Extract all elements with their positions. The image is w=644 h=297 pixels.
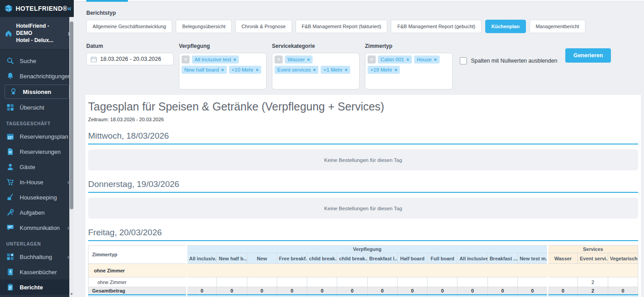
sidebar-scrollbar[interactable]: ▼ (69, 17, 74, 297)
filter-chip[interactable]: All inclusive test× (192, 55, 239, 64)
servicekategorie-multiselect[interactable]: ×Wasser×Event services×+1 Mehr× (272, 53, 360, 89)
chip-remove-icon[interactable]: × (406, 57, 409, 62)
sidebar-item-berichte[interactable]: Berichte (0, 280, 74, 295)
filter-chip[interactable]: Wasser× (285, 55, 313, 64)
report-card: Tagesplan für Speisen & Getränke (Verpfl… (85, 95, 641, 297)
value-cell: 2 (578, 287, 608, 295)
value-cell (367, 277, 397, 287)
value-cell: 0 (487, 287, 517, 295)
value-cell: 0 (487, 295, 517, 297)
sidebar-item-kommunikation[interactable]: Kommunikation › (0, 220, 74, 235)
clear-all-icon[interactable]: × (182, 55, 190, 64)
report-type-button[interactable]: Chronik & Prognose (235, 20, 292, 33)
value-cell: 0 (307, 287, 337, 295)
verpflegung-label: Verpflegung (179, 43, 267, 49)
scrollbar-thumb[interactable] (70, 21, 73, 209)
date-label: Datum (86, 43, 174, 49)
chip-remove-icon[interactable]: × (394, 67, 397, 72)
collapse-sidebar-icon[interactable]: « (68, 4, 72, 13)
value-cell (487, 277, 517, 287)
day-heading-mittwoch: Mittwoch, 18/03/2026 (88, 131, 638, 144)
logo-text: HOTELFRIEND® (16, 5, 68, 12)
sidebar-item-reservierungen[interactable]: Reservierungen (0, 144, 74, 159)
calendar-icon (90, 56, 97, 63)
value-cell: 0 (337, 295, 367, 297)
report-type-button[interactable]: Belegungsübersicht (176, 20, 232, 33)
value-cell (397, 277, 427, 287)
scrollbar-down-arrow-icon[interactable]: ▼ (69, 292, 74, 296)
chip-label: Event services (277, 67, 311, 72)
value-cell: 0 (217, 295, 247, 297)
hide-zero-columns-checkbox[interactable] (460, 57, 467, 64)
value-cell: 0 (187, 295, 217, 297)
sidebar-item-missionen[interactable]: Missionen (4, 85, 69, 99)
chip-remove-icon[interactable]: × (313, 67, 316, 72)
chip-label: All inclusive test (195, 57, 231, 62)
sidebar-item-in-house[interactable]: In-House › (0, 174, 74, 190)
column-header: Breakfast l... (367, 253, 397, 264)
chip-label: Cabin 001 (381, 57, 404, 62)
sidebar-item-kassenbuecher[interactable]: € Kassenbücher (0, 264, 74, 280)
zimmertyp-multiselect[interactable]: ×Cabin 001×House×+19 Mehr× (365, 53, 453, 89)
report-type-button[interactable]: F&B Management Report (fakturiert) (296, 20, 388, 33)
value-cell (217, 277, 247, 287)
chip-label: +1 Mehr (323, 67, 343, 72)
filter-chip[interactable]: House× (414, 55, 440, 64)
sidebar-item-uebersicht[interactable]: Übersicht (0, 100, 74, 115)
value-cell: 0 (277, 295, 307, 297)
date-filter: Datum 18.03.2026 - 20.03.2026 (86, 43, 174, 65)
day-heading-donnerstag: Donnerstag, 19/03/2026 (88, 179, 638, 193)
verpflegung-multiselect[interactable]: ×All inclusive test×New half board×+10 M… (179, 53, 267, 89)
sidebar-item-aufgaben[interactable]: Aufgaben (0, 205, 74, 220)
cleaning-icon (6, 193, 14, 201)
chip-remove-icon[interactable]: × (256, 67, 258, 72)
app-window: HF HOTELFRIEND® « HotelFriend - DEMO Hot… (0, 0, 644, 297)
filter-chip[interactable]: +19 Mehr× (368, 66, 400, 74)
filter-chip[interactable]: New half board× (182, 66, 227, 74)
table-row: Gesamt pro Tag000000000000020 (89, 295, 638, 297)
filter-chip[interactable]: +10 Mehr× (229, 66, 261, 74)
report-type-button[interactable]: F&B Management Report (gebucht) (391, 20, 481, 33)
value-cell: 2 (578, 277, 608, 287)
sidebar-item-housekeeping[interactable]: Housekeeping (0, 190, 74, 205)
date-range-input[interactable]: 18.03.2026 - 20.03.2026 (86, 53, 174, 65)
filter-row: Datum 18.03.2026 - 20.03.2026 Verpflegun… (86, 43, 644, 89)
filter-chip[interactable]: +1 Mehr× (321, 66, 350, 74)
value-cell: 0 (458, 287, 487, 295)
hotelfriend-logo-icon: HF (4, 4, 13, 13)
filter-chip[interactable]: Cabin 001× (378, 55, 412, 64)
value-cell: 0 (277, 287, 307, 295)
column-header: Breakfast ... (487, 253, 517, 264)
clear-all-icon[interactable]: × (368, 55, 376, 64)
generate-button[interactable]: Generieren (565, 48, 611, 63)
chip-remove-icon[interactable]: × (233, 57, 236, 62)
sidebar-item-gaeste[interactable]: Gäste (0, 159, 74, 174)
sidebar-item-buchhaltung[interactable]: Buchhaltung › (0, 249, 74, 264)
tiles-icon (6, 253, 14, 261)
chip-remove-icon[interactable]: × (345, 67, 347, 72)
search-icon (6, 57, 14, 65)
sidebar-item-reservierungsplan[interactable]: Reservierungsplan (0, 129, 74, 144)
report-type-button[interactable]: Küchenplan (485, 20, 526, 33)
chip-remove-icon[interactable]: × (307, 57, 310, 62)
value-cell: 0 (517, 287, 547, 295)
clear-all-icon[interactable]: × (275, 55, 283, 64)
sidebar-item-benachrichtigungen[interactable]: Benachrichtigungen (0, 68, 74, 84)
filter-chip[interactable]: Event services× (275, 66, 318, 74)
report-type-button[interactable]: Managementbericht (530, 20, 585, 33)
empty-state-donnerstag: Keine Bestellungen für diesen Tag (88, 198, 638, 219)
report-type-button[interactable]: Allgemeine Geschäftsentwicklung (86, 20, 172, 33)
chip-remove-icon[interactable]: × (434, 57, 436, 62)
value-cell (307, 277, 337, 287)
column-header: Full board (428, 253, 458, 264)
sidebar-item-suche[interactable]: Suche (0, 53, 74, 68)
hotel-selector[interactable]: HotelFriend - DEMO Hotel - Delux... › (0, 17, 74, 50)
value-cell: 0 (548, 287, 578, 295)
sidebar-menu: Suche Benachrichtigungen Missionen Übers… (0, 50, 74, 297)
column-header: child break... (337, 253, 367, 264)
table-row: ohne Zimmer2 (89, 277, 638, 287)
value-cell: 0 (397, 287, 427, 295)
calendar-icon (6, 132, 14, 140)
value-cell: 0 (428, 287, 458, 295)
chip-remove-icon[interactable]: × (221, 67, 224, 72)
